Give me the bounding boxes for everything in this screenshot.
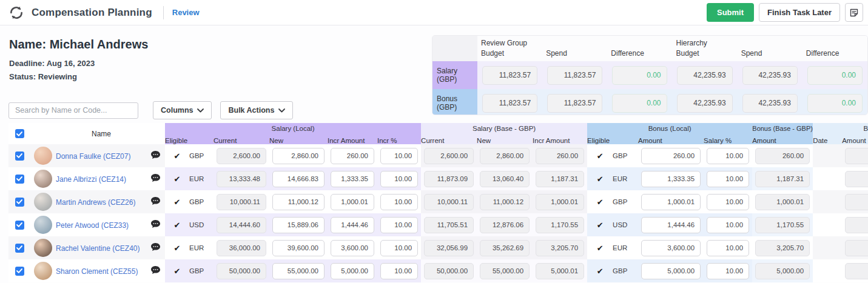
salary-currency: GBP <box>189 144 214 167</box>
summary-row-label: Bonus (GBP) <box>432 89 477 115</box>
eligible-check-icon: ✔ <box>597 221 604 230</box>
employee-name-link[interactable]: Martin Andrews (CEZ26) <box>56 198 135 207</box>
row-checkbox[interactable] <box>15 175 24 184</box>
bonus-amount-local-value <box>845 217 868 233</box>
status-text: Status: Reviewing <box>9 72 77 81</box>
comment-icon[interactable] <box>150 265 161 277</box>
row-checkbox[interactable] <box>15 198 24 207</box>
columns-dropdown-button[interactable]: Columns <box>153 101 212 119</box>
column-header-amount-truncated: Amount (L <box>842 133 868 144</box>
summary-col-header: Budget <box>672 48 737 61</box>
comment-icon[interactable] <box>150 150 161 162</box>
eligible-check-icon: ✔ <box>597 267 604 276</box>
salary-new-input[interactable] <box>272 171 325 187</box>
bonus-salary-pct-input[interactable] <box>707 240 749 256</box>
select-all-checkbox[interactable] <box>15 129 24 138</box>
budget-summary-panel: Review Group Hierarchy Budget Spend Diff… <box>432 35 868 115</box>
salary-base-incr-amount-value: 260.00 <box>536 148 584 164</box>
row-checkbox[interactable] <box>15 244 24 253</box>
employee-name-link[interactable]: Rachel Valentine (CEZ40) <box>56 244 140 253</box>
nav-review-link[interactable]: Review <box>172 8 200 17</box>
review-spend-value: 11,823.57 <box>547 94 602 113</box>
eligible-check-icon: ✔ <box>597 151 604 161</box>
employee-name-link[interactable]: Jane Albrizzi (CEZ14) <box>56 175 126 184</box>
bonus-salary-pct-input[interactable] <box>707 148 749 164</box>
comment-icon[interactable] <box>150 196 161 208</box>
bonus-date-cell <box>813 144 842 167</box>
bonus-amount-input[interactable] <box>641 171 701 187</box>
note-icon <box>849 8 859 18</box>
salary-current-value: 14,444.60 <box>217 217 266 233</box>
salary-incr-pct-input[interactable] <box>380 263 418 279</box>
salary-incr-amount-input[interactable] <box>331 194 374 210</box>
bonus-amount-local-value <box>845 263 868 279</box>
salary-incr-amount-input[interactable] <box>331 240 374 256</box>
avatar <box>34 262 52 280</box>
chevron-down-icon <box>197 108 204 113</box>
salary-new-input[interactable] <box>272 217 325 233</box>
bonus-currency: EUR <box>613 236 638 259</box>
table-row: Jane Albrizzi (CEZ14) ✔ EUR 13,333.48 11… <box>8 167 868 190</box>
search-input[interactable] <box>8 102 138 119</box>
summary-col-header: Spend <box>738 48 802 61</box>
salary-new-input[interactable] <box>272 263 325 279</box>
employee-name-link[interactable]: Donna Faulke (CEZ07) <box>56 152 130 161</box>
summary-group-hierarchy: Hierarchy <box>672 36 737 48</box>
bonus-salary-pct-input[interactable] <box>707 194 749 210</box>
review-difference-value: 0.00 <box>612 94 667 113</box>
salary-incr-pct-input[interactable] <box>380 217 418 233</box>
bonus-salary-pct-input[interactable] <box>707 171 749 187</box>
comment-icon[interactable] <box>150 242 161 254</box>
comment-icon[interactable] <box>150 219 161 231</box>
bonus-base-amount-value: 5,000.00 <box>755 263 810 279</box>
salary-new-input[interactable] <box>272 194 325 210</box>
column-header-incr-amount: Incr Amount <box>533 133 587 144</box>
salary-incr-pct-input[interactable] <box>380 240 418 256</box>
salary-incr-pct-input[interactable] <box>380 171 418 187</box>
salary-current-value: 10,000.11 <box>217 194 266 210</box>
row-checkbox[interactable] <box>15 221 24 230</box>
column-header-name: Name <box>56 123 147 144</box>
employee-name-link[interactable]: Sharon Clement (CEZ55) <box>56 267 138 276</box>
salary-incr-amount-input[interactable] <box>331 263 374 279</box>
salary-base-new-value: 13,060.40 <box>480 171 530 187</box>
bonus-currency: GBP <box>613 259 638 282</box>
summary-col-header: Budget <box>477 48 542 61</box>
salary-new-input[interactable] <box>272 240 325 256</box>
bonus-date-cell <box>813 167 842 190</box>
salary-incr-amount-input[interactable] <box>331 217 374 233</box>
salary-incr-amount-input[interactable] <box>331 148 374 164</box>
comment-icon[interactable] <box>150 173 161 185</box>
submit-button[interactable]: Submit <box>707 3 754 22</box>
eligible-check-icon: ✔ <box>597 244 604 253</box>
row-checkbox[interactable] <box>15 151 24 161</box>
bonus-amount-input[interactable] <box>641 263 701 279</box>
bonus-base-amount-value: 1,170.55 <box>755 217 810 233</box>
column-header-amount: Amount <box>752 133 813 144</box>
bonus-amount-input[interactable] <box>641 194 701 210</box>
employee-name-link[interactable]: Peter Atwood (CEZ33) <box>56 221 129 230</box>
salary-incr-amount-input[interactable] <box>331 171 374 187</box>
bonus-salary-pct-input[interactable] <box>707 263 749 279</box>
top-header-bar: Compensation Planning Review Submit Fini… <box>0 0 868 25</box>
salary-incr-pct-input[interactable] <box>380 148 418 164</box>
bonus-amount-input[interactable] <box>641 240 701 256</box>
bonus-amount-input[interactable] <box>641 217 701 233</box>
salary-new-input[interactable] <box>272 148 325 164</box>
page-title: Name: Michael Andrews <box>9 38 148 52</box>
salary-base-incr-amount-value: 5,000.01 <box>536 263 584 279</box>
bonus-base-amount-value: 260.00 <box>755 148 810 164</box>
table-row: Sharon Clement (CEZ55) ✔ GBP 50,000.00 5… <box>8 259 868 282</box>
salary-currency: GBP <box>189 190 214 213</box>
bonus-salary-pct-input[interactable] <box>707 217 749 233</box>
bonus-currency: EUR <box>613 167 638 190</box>
table-row: Peter Atwood (CEZ33) ✔ USD 14,444.60 11,… <box>8 213 868 236</box>
bulk-actions-dropdown-button[interactable]: Bulk Actions <box>220 101 293 119</box>
row-checkbox[interactable] <box>15 267 24 276</box>
column-header-incr-pct: Incr % <box>377 133 421 144</box>
finish-task-later-button[interactable]: Finish Task Later <box>759 3 840 22</box>
salary-currency: EUR <box>189 236 214 259</box>
salary-incr-pct-input[interactable] <box>380 194 418 210</box>
bonus-amount-input[interactable] <box>641 148 701 164</box>
notes-button[interactable] <box>845 3 863 22</box>
